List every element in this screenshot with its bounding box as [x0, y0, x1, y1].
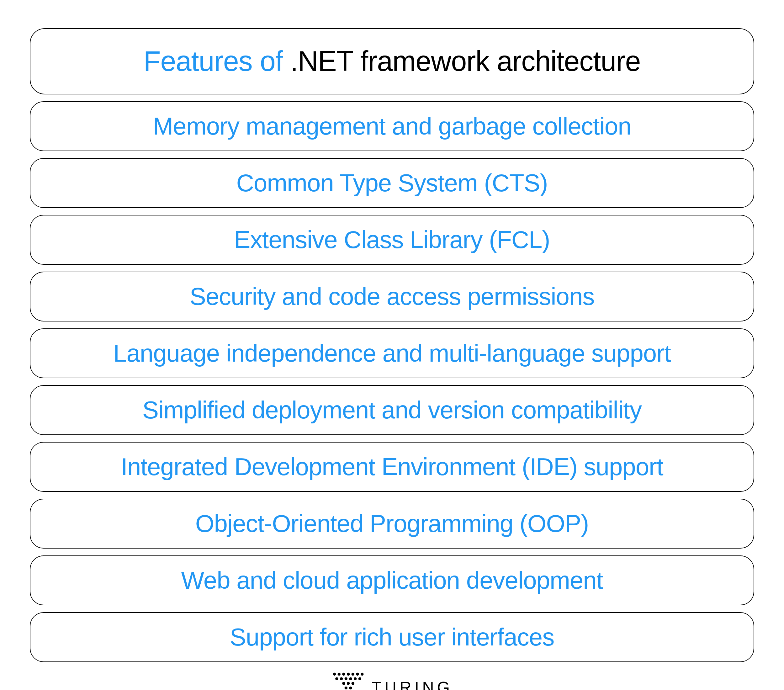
feature-item: Support for rich user interfaces — [30, 612, 754, 662]
svg-point-3 — [347, 673, 350, 675]
feature-item: Object-Oriented Programming (OOP) — [30, 499, 754, 548]
svg-point-5 — [356, 673, 359, 675]
title-accent-text: Features of — [143, 46, 283, 77]
diagram-title: Features of .NET framework architecture — [30, 28, 754, 94]
svg-point-11 — [354, 677, 357, 680]
feature-item: Security and code access permissions — [30, 272, 754, 321]
feature-item: Simplified deployment and version compat… — [30, 385, 754, 435]
svg-point-15 — [351, 682, 354, 685]
svg-point-16 — [344, 687, 347, 689]
svg-point-14 — [347, 682, 350, 685]
svg-point-0 — [333, 673, 336, 675]
feature-item: Common Type System (CTS) — [30, 158, 754, 208]
svg-point-2 — [342, 673, 345, 675]
features-list: Features of .NET framework architecture … — [30, 28, 754, 662]
feature-item: Extensive Class Library (FCL) — [30, 215, 754, 265]
svg-point-1 — [338, 673, 340, 675]
svg-point-4 — [351, 673, 354, 675]
feature-item: Language independence and multi-language… — [30, 328, 754, 378]
svg-point-12 — [358, 677, 361, 680]
svg-point-10 — [349, 677, 352, 680]
svg-point-8 — [340, 677, 343, 680]
svg-point-17 — [349, 687, 352, 689]
feature-item: Memory management and garbage collection — [30, 101, 754, 151]
footer-branding: TURING — [331, 671, 453, 690]
svg-point-6 — [361, 673, 364, 675]
svg-point-7 — [335, 677, 338, 680]
svg-point-13 — [342, 682, 345, 685]
turing-logo-icon — [331, 671, 364, 690]
svg-point-9 — [344, 677, 347, 680]
feature-item: Integrated Development Environment (IDE)… — [30, 442, 754, 492]
title-rest-text: .NET framework architecture — [283, 46, 641, 77]
feature-item: Web and cloud application development — [30, 555, 754, 605]
footer-brand-text: TURING — [372, 678, 453, 690]
